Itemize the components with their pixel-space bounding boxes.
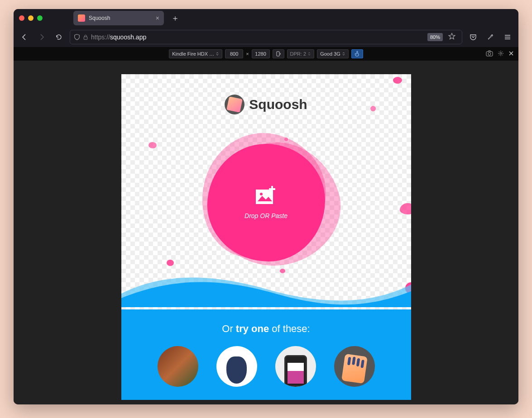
rdm-close-button[interactable] <box>508 50 515 58</box>
close-icon <box>508 51 514 56</box>
pocket-button[interactable] <box>467 31 479 43</box>
devtools-button[interactable] <box>484 31 497 43</box>
window-controls <box>19 15 43 21</box>
screenshot-button[interactable] <box>485 49 494 58</box>
maximize-window-button[interactable] <box>37 15 43 21</box>
browser-tab[interactable]: Squoosh × <box>73 11 164 25</box>
touch-icon <box>355 51 360 57</box>
svg-point-6 <box>260 193 263 195</box>
sample-svg-icon[interactable] <box>334 346 375 387</box>
tab-favicon <box>78 14 85 22</box>
reload-icon <box>55 33 62 41</box>
rotate-icon <box>276 51 281 57</box>
svg-point-3 <box>488 52 491 55</box>
app-menu-button[interactable] <box>501 31 514 43</box>
viewport-width-input[interactable]: 800 <box>225 49 243 58</box>
arrow-left-icon <box>21 33 28 41</box>
chevron-updown-icon <box>307 52 311 56</box>
rotate-viewport-button[interactable] <box>273 49 284 58</box>
close-window-button[interactable] <box>19 15 24 21</box>
browser-toolbar: https://squoosh.app 80% <box>14 27 518 47</box>
try-heading: Or try one of these: <box>121 309 411 335</box>
tab-close-icon[interactable]: × <box>156 14 159 22</box>
app-name: Squoosh <box>249 97 307 112</box>
svg-rect-0 <box>84 37 87 39</box>
sample-section: Or try one of these: <box>121 296 411 400</box>
sample-device-screen[interactable] <box>275 346 316 387</box>
chevron-updown-icon <box>342 52 345 56</box>
viewport-height-input[interactable]: 1280 <box>252 49 270 58</box>
forward-button[interactable] <box>35 31 48 43</box>
svg-rect-5 <box>256 190 273 204</box>
svg-rect-1 <box>277 52 279 56</box>
hamburger-icon <box>504 33 511 41</box>
reload-button[interactable] <box>53 31 65 43</box>
app-header: Squoosh <box>225 95 307 114</box>
wrench-icon <box>487 33 494 41</box>
svg-point-4 <box>500 52 502 54</box>
arrow-right-icon <box>38 33 45 41</box>
responsive-design-toolbar: Kindle Fire HDX … 800 × 1280 DPR: 2 Good… <box>14 47 518 61</box>
chevron-updown-icon <box>216 52 219 56</box>
throttle-select[interactable]: Good 3G <box>317 49 349 58</box>
zoom-badge[interactable]: 80% <box>427 33 443 41</box>
touch-simulation-button[interactable] <box>351 49 363 58</box>
pocket-icon <box>470 33 477 41</box>
back-button[interactable] <box>18 31 31 43</box>
rdm-settings-button[interactable] <box>497 49 505 58</box>
minimize-window-button[interactable] <box>28 15 34 21</box>
tab-title: Squoosh <box>89 15 152 21</box>
simulated-viewport: Squoosh Drop OR Paste <box>121 74 411 400</box>
svg-rect-8 <box>269 188 275 190</box>
dpr-select[interactable]: DPR: 2 <box>287 49 315 58</box>
dimension-separator: × <box>246 51 249 57</box>
app-logo <box>225 95 244 114</box>
browser-window: Squoosh × ＋ https://squoosh.app 80% <box>14 9 518 404</box>
device-select[interactable]: Kindle Fire HDX … <box>169 49 222 58</box>
sample-list <box>121 346 411 387</box>
sample-large-photo[interactable] <box>158 346 198 387</box>
logo-graphic <box>227 96 243 113</box>
gear-icon <box>498 50 504 57</box>
rdm-content-area: Squoosh Drop OR Paste <box>14 61 518 404</box>
sample-artwork[interactable] <box>216 346 257 387</box>
drop-label: Drop OR Paste <box>244 212 288 219</box>
add-image-icon <box>255 186 278 206</box>
drop-zone[interactable]: Drop OR Paste <box>185 128 348 277</box>
wave-shape <box>121 271 411 307</box>
shield-icon <box>74 34 80 40</box>
titlebar: Squoosh × ＋ <box>14 9 518 27</box>
url-text: https://squoosh.app <box>91 33 425 41</box>
drop-content: Drop OR Paste <box>244 186 288 219</box>
new-tab-button[interactable]: ＋ <box>168 11 183 25</box>
bookmark-star-icon[interactable] <box>448 33 455 42</box>
camera-icon <box>486 50 493 57</box>
address-bar[interactable]: https://squoosh.app 80% <box>70 30 462 44</box>
lock-icon <box>83 34 88 40</box>
sample-body: Or try one of these: <box>121 309 411 400</box>
